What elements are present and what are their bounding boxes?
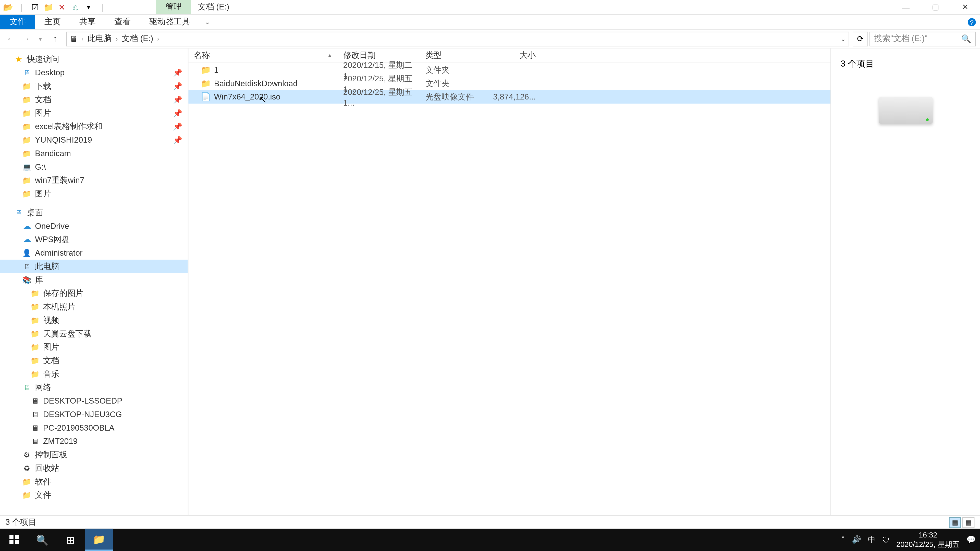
tab-file[interactable]: 文件 bbox=[0, 15, 35, 29]
nav-back-button[interactable]: ← bbox=[4, 32, 18, 45]
view-thumbs-button[interactable]: ▦ bbox=[963, 517, 974, 528]
star-icon bbox=[14, 54, 24, 65]
search-input[interactable]: 搜索"文档 (E:)" 🔍 bbox=[870, 32, 976, 46]
crumb-this-pc[interactable]: 此电脑 bbox=[88, 33, 112, 44]
nav-item[interactable]: OneDrive bbox=[0, 219, 188, 233]
view-details-button[interactable]: ▤ bbox=[949, 517, 961, 528]
nav-item[interactable]: 此电脑 bbox=[0, 260, 188, 273]
minimize-button[interactable]: — bbox=[891, 0, 921, 14]
nav-item[interactable]: 文档📌 bbox=[0, 93, 188, 106]
qat-dropdown-icon[interactable]: ▾ bbox=[83, 2, 94, 13]
nav-item[interactable]: Bandicam bbox=[0, 147, 188, 160]
nav-item-label: DESKTOP-NJEU3CG bbox=[43, 410, 122, 419]
nav-item[interactable]: 图片📌 bbox=[0, 106, 188, 120]
nav-history-dropdown[interactable]: ▾ bbox=[34, 32, 47, 45]
nav-item[interactable]: 图片 bbox=[0, 187, 188, 200]
nav-item[interactable]: 下载📌 bbox=[0, 79, 188, 93]
qat-undo-icon[interactable]: ⎌ bbox=[70, 2, 81, 13]
nav-label: 桌面 bbox=[27, 207, 43, 218]
nav-item-icon bbox=[21, 248, 32, 258]
nav-item[interactable]: 网络 bbox=[0, 381, 188, 394]
maximize-button[interactable]: ▢ bbox=[921, 0, 950, 14]
nav-item[interactable]: G:\ bbox=[0, 160, 188, 174]
taskview-button[interactable]: ⊞ bbox=[57, 529, 85, 551]
nav-item[interactable]: 文件 bbox=[0, 488, 188, 502]
ribbon-expand-icon[interactable]: ⌄ bbox=[199, 15, 215, 29]
ime-indicator[interactable]: 中 bbox=[868, 535, 875, 545]
address-box[interactable]: 🖥 › 此电脑 › 文档 (E:) › ⌄ bbox=[66, 32, 849, 46]
nav-up-button[interactable]: ↑ bbox=[48, 32, 62, 45]
file-list-pane: 名称▲ 修改日期 类型 大小 📁 1 2020/12/15, 星期二 1... … bbox=[188, 48, 830, 515]
col-size[interactable]: 大小 bbox=[487, 50, 541, 61]
qat-delete-icon[interactable]: ✕ bbox=[57, 2, 67, 13]
nav-item-icon bbox=[30, 422, 40, 433]
nav-item[interactable]: 本机照片 bbox=[0, 300, 188, 313]
nav-item[interactable]: 库 bbox=[0, 273, 188, 287]
address-dropdown-icon[interactable]: ⌄ bbox=[841, 35, 846, 42]
tab-share[interactable]: 共享 bbox=[70, 15, 105, 29]
refresh-button[interactable]: ⟳ bbox=[853, 32, 868, 46]
navigation-pane[interactable]: 快速访问 Desktop📌下载📌文档📌图片📌excel表格制作求和📌YUNQIS… bbox=[0, 48, 188, 515]
nav-item[interactable]: ZMT2019 bbox=[0, 435, 188, 448]
nav-item-label: 本机照片 bbox=[43, 301, 76, 313]
explorer-taskbar-button[interactable]: 📁 bbox=[85, 529, 113, 551]
nav-item[interactable]: 视频 bbox=[0, 313, 188, 327]
col-name[interactable]: 名称▲ bbox=[188, 50, 338, 61]
nav-item[interactable]: 音乐 bbox=[0, 367, 188, 381]
volume-icon[interactable]: 🔊 bbox=[852, 535, 861, 544]
file-name: Win7x64_2020.iso bbox=[214, 92, 338, 102]
nav-item-label: WPS网盘 bbox=[35, 233, 69, 245]
nav-item[interactable]: WPS网盘 bbox=[0, 233, 188, 246]
quick-access-toolbar: 📂 | ☑ 📁 ✕ ⎌ ▾ | bbox=[0, 2, 110, 13]
nav-desktop-root[interactable]: 桌面 bbox=[0, 206, 188, 219]
nav-item-icon bbox=[21, 94, 32, 105]
nav-item[interactable]: 图片 bbox=[0, 340, 188, 354]
qat-properties-icon[interactable]: ☑ bbox=[30, 2, 40, 13]
search-button[interactable]: 🔍 bbox=[28, 529, 57, 551]
qat-newfolder-icon[interactable]: 📁 bbox=[43, 2, 54, 13]
nav-item-icon bbox=[21, 382, 32, 393]
nav-item-label: G:\ bbox=[35, 162, 46, 171]
nav-item[interactable]: win7重装win7 bbox=[0, 173, 188, 187]
tray-chevron-icon[interactable]: ˄ bbox=[841, 535, 845, 544]
nav-item[interactable]: 软件 bbox=[0, 475, 188, 489]
nav-item-label: PC-20190530OBLA bbox=[43, 423, 115, 433]
window-controls: — ▢ ✕ bbox=[891, 0, 980, 14]
nav-item-label: Desktop bbox=[35, 68, 65, 77]
nav-item[interactable]: 文档 bbox=[0, 354, 188, 367]
nav-item-label: 保存的图片 bbox=[43, 287, 83, 299]
crumb-drive[interactable]: 文档 (E:) bbox=[122, 33, 153, 44]
col-type[interactable]: 类型 bbox=[420, 50, 487, 61]
search-icon[interactable]: 🔍 bbox=[961, 34, 971, 43]
file-row[interactable]: 📄 Win7x64_2020.iso 2020/12/25, 星期五 1... … bbox=[188, 90, 830, 103]
nav-item-label: OneDrive bbox=[35, 221, 69, 231]
nav-item[interactable]: 天翼云盘下载 bbox=[0, 327, 188, 341]
tab-drive-tools[interactable]: 驱动器工具 bbox=[140, 15, 199, 29]
nav-item[interactable]: PC-20190530OBLA bbox=[0, 421, 188, 435]
nav-item[interactable]: Desktop📌 bbox=[0, 66, 188, 79]
file-row[interactable]: 📁 BaiduNetdiskDownload 2020/12/25, 星期五 1… bbox=[188, 77, 830, 90]
nav-item[interactable]: DESKTOP-NJEU3CG bbox=[0, 408, 188, 421]
svg-rect-3 bbox=[14, 535, 19, 539]
file-row[interactable]: 📁 1 2020/12/15, 星期二 1... 文件夹 bbox=[188, 63, 830, 77]
nav-item-label: win7重装win7 bbox=[35, 175, 84, 186]
nav-forward-button[interactable]: → bbox=[19, 32, 32, 45]
start-button[interactable] bbox=[0, 529, 28, 551]
action-center-icon[interactable]: 💬 bbox=[966, 535, 976, 544]
clock[interactable]: 16:32 2020/12/25, 星期五 bbox=[896, 531, 959, 549]
nav-item[interactable]: 控制面板 bbox=[0, 448, 188, 462]
nav-item[interactable]: 保存的图片 bbox=[0, 286, 188, 300]
nav-item[interactable]: excel表格制作求和📌 bbox=[0, 120, 188, 133]
nav-item[interactable]: DESKTOP-LSSOEDP bbox=[0, 394, 188, 408]
help-icon[interactable]: ? bbox=[964, 15, 980, 29]
nav-item[interactable]: YUNQISHI2019📌 bbox=[0, 133, 188, 147]
tab-view[interactable]: 查看 bbox=[105, 15, 140, 29]
tab-home[interactable]: 主页 bbox=[35, 15, 70, 29]
nav-item-label: excel表格制作求和 bbox=[35, 121, 102, 132]
nav-item[interactable]: 回收站 bbox=[0, 462, 188, 475]
close-button[interactable]: ✕ bbox=[950, 0, 980, 14]
svg-rect-5 bbox=[14, 540, 19, 545]
nav-item[interactable]: Administrator bbox=[0, 246, 188, 260]
security-icon[interactable]: 🛡 bbox=[882, 536, 890, 544]
nav-quick-access[interactable]: 快速访问 bbox=[0, 52, 188, 66]
